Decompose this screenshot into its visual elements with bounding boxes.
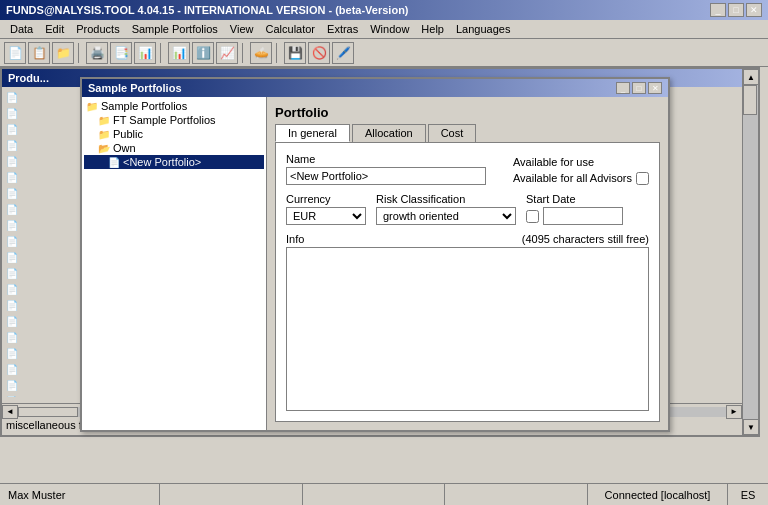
list-item[interactable]: 📄 xyxy=(2,297,77,313)
menu-products[interactable]: Products xyxy=(70,21,125,37)
toolbar-copy[interactable]: 📋 xyxy=(28,42,50,64)
tree-item-ft-sample[interactable]: 📁 FT Sample Portfolios xyxy=(84,113,264,127)
list-item[interactable]: 📄 xyxy=(2,393,77,397)
doc-icon: 📄 xyxy=(6,236,18,247)
tree-item-label: Public xyxy=(113,128,143,140)
tree-item-own[interactable]: 📂 Own xyxy=(84,141,264,155)
list-item[interactable]: 📄 xyxy=(2,249,77,265)
hscroll-left-button[interactable]: ◄ xyxy=(2,405,18,419)
tab-allocation[interactable]: Allocation xyxy=(352,124,426,142)
list-item[interactable]: 📄 xyxy=(2,233,77,249)
toolbar-cancel[interactable]: 🚫 xyxy=(308,42,330,64)
status-bar: Max Muster Connected [localhost] ES xyxy=(0,483,768,505)
doc-icon: 📄 xyxy=(6,252,18,263)
toolbar-sep4 xyxy=(276,43,280,63)
menu-data[interactable]: Data xyxy=(4,21,39,37)
menu-edit[interactable]: Edit xyxy=(39,21,70,37)
doc-icon: 📄 xyxy=(6,380,18,391)
status-item-2 xyxy=(303,484,446,505)
name-input[interactable] xyxy=(286,167,486,185)
toolbar-print2[interactable]: 📑 xyxy=(110,42,132,64)
menu-calculator[interactable]: Calculator xyxy=(260,21,322,37)
menu-extras[interactable]: Extras xyxy=(321,21,364,37)
sp-close-button[interactable]: ✕ xyxy=(648,82,662,94)
hscroll-right-button[interactable]: ► xyxy=(726,405,742,419)
start-date-row xyxy=(526,207,623,225)
doc-icon: 📄 xyxy=(6,108,18,119)
toolbar-table[interactable]: 📊 xyxy=(168,42,190,64)
start-date-checkbox[interactable] xyxy=(526,210,539,223)
list-item[interactable]: 📄 xyxy=(2,201,77,217)
list-item[interactable]: 📄 xyxy=(2,265,77,281)
toolbar-sep3 xyxy=(242,43,246,63)
toolbar-new[interactable]: 📄 xyxy=(4,42,26,64)
sp-dialog-title: Sample Portfolios xyxy=(88,82,182,94)
doc-icon: 📄 xyxy=(6,284,18,295)
hscroll-thumb[interactable] xyxy=(18,407,78,417)
toolbar-line-chart[interactable]: 📈 xyxy=(216,42,238,64)
currency-label: Currency xyxy=(286,193,366,205)
folder-icon: 📁 xyxy=(98,115,110,126)
toolbar-info[interactable]: ℹ️ xyxy=(192,42,214,64)
scroll-track[interactable] xyxy=(743,85,758,419)
scroll-thumb[interactable] xyxy=(743,85,757,115)
minimize-button[interactable]: _ xyxy=(710,3,726,17)
toolbar-save[interactable]: 💾 xyxy=(284,42,306,64)
tab-cost[interactable]: Cost xyxy=(428,124,477,142)
toolbar-edit[interactable]: 🖊️ xyxy=(332,42,354,64)
folder-icon: 📁 xyxy=(98,129,110,140)
menu-view[interactable]: View xyxy=(224,21,260,37)
tree-item-public[interactable]: 📁 Public xyxy=(84,127,264,141)
menu-window[interactable]: Window xyxy=(364,21,415,37)
list-item[interactable]: 📄 xyxy=(2,121,77,137)
list-item[interactable]: 📄 xyxy=(2,313,77,329)
list-item[interactable]: 📄 xyxy=(2,281,77,297)
close-button[interactable]: ✕ xyxy=(746,3,762,17)
app-title: FUNDS@NALYSIS.TOOL 4.04.15 - INTERNATION… xyxy=(6,4,409,16)
list-item[interactable]: 📄 xyxy=(2,377,77,393)
scroll-up-button[interactable]: ▲ xyxy=(743,69,759,85)
start-date-input[interactable] xyxy=(543,207,623,225)
scroll-down-button[interactable]: ▼ xyxy=(743,419,759,435)
list-item[interactable]: 📄 xyxy=(2,345,77,361)
list-item[interactable]: 📄 xyxy=(2,185,77,201)
toolbar-chart[interactable]: 📊 xyxy=(134,42,156,64)
maximize-button[interactable]: □ xyxy=(728,3,744,17)
sp-minimize-button[interactable]: _ xyxy=(616,82,630,94)
list-item[interactable]: 📄 xyxy=(2,137,77,153)
tree-item-sample-portfolios[interactable]: 📁 Sample Portfolios xyxy=(84,99,264,113)
tab-in-general[interactable]: In general xyxy=(275,124,350,142)
menu-sample-portfolios[interactable]: Sample Portfolios xyxy=(126,21,224,37)
name-group: Name xyxy=(286,153,486,185)
currency-select[interactable]: EUR USD GBP CHF xyxy=(286,207,366,225)
toolbar-pie[interactable]: 🥧 xyxy=(250,42,272,64)
list-item[interactable]: 📄 xyxy=(2,89,77,105)
available-checkbox[interactable] xyxy=(636,172,649,185)
toolbar-print[interactable]: 🖨️ xyxy=(86,42,108,64)
info-textarea[interactable] xyxy=(286,247,649,411)
name-label: Name xyxy=(286,153,486,165)
tab-content-in-general: Name Available for use Available for all… xyxy=(275,142,660,422)
toolbar-open[interactable]: 📁 xyxy=(52,42,74,64)
tree-item-new-portfolio[interactable]: 📄 <New Portfolio> xyxy=(84,155,264,169)
sp-maximize-button[interactable]: □ xyxy=(632,82,646,94)
menu-languages[interactable]: Languages xyxy=(450,21,516,37)
list-item[interactable]: 📄 xyxy=(2,153,77,169)
list-item[interactable]: 📄 xyxy=(2,329,77,345)
list-item[interactable]: 📄 xyxy=(2,361,77,377)
risk-select[interactable]: growth oriented conservative balanced ag… xyxy=(376,207,516,225)
tree-item-label: Own xyxy=(113,142,136,154)
folder-open-icon: 📂 xyxy=(98,143,110,154)
list-item[interactable]: 📄 xyxy=(2,105,77,121)
list-item[interactable]: 📄 xyxy=(2,169,77,185)
available-for-all-row: Available for all Advisors xyxy=(513,170,649,185)
doc-icon: 📄 xyxy=(6,316,18,327)
list-item[interactable]: 📄 xyxy=(2,217,77,233)
menu-help[interactable]: Help xyxy=(415,21,450,37)
tab-bar: In general Allocation Cost xyxy=(275,124,660,142)
doc-icon: 📄 xyxy=(6,140,18,151)
tree-item-label: FT Sample Portfolios xyxy=(113,114,216,126)
doc-icon: 📄 xyxy=(6,332,18,343)
title-bar: FUNDS@NALYSIS.TOOL 4.04.15 - INTERNATION… xyxy=(0,0,768,20)
toolbar: 📄 📋 📁 🖨️ 📑 📊 📊 ℹ️ 📈 🥧 💾 🚫 🖊️ xyxy=(0,39,768,67)
